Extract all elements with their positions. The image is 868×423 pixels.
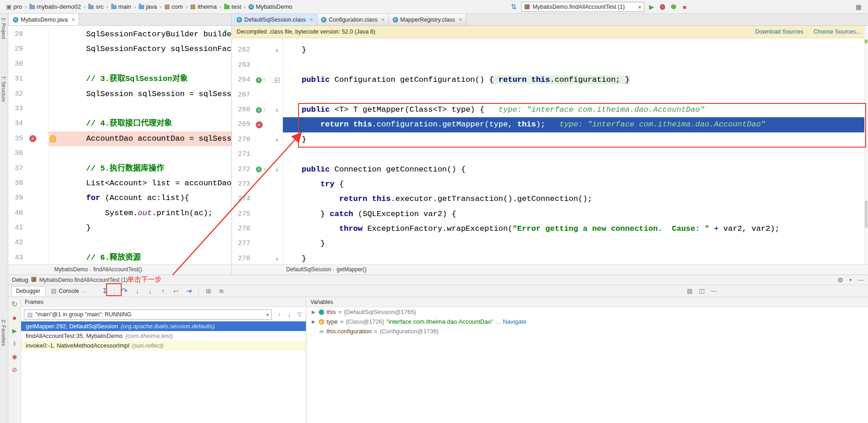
code-text[interactable]: List<Account> list = accountDao.findAll(… bbox=[49, 176, 231, 191]
code-text[interactable]: try { bbox=[283, 177, 868, 192]
line-number[interactable]: 39 bbox=[8, 191, 27, 206]
chevron-down-icon[interactable]: ▾ bbox=[848, 277, 853, 282]
stop-icon[interactable]: ■ bbox=[682, 4, 688, 11]
tool-window-button-Project[interactable]: 1: Project bbox=[1, 17, 6, 39]
tab-DefaultSqlSession.class[interactable]: CDefaultSqlSession.class× bbox=[233, 14, 317, 25]
code-text[interactable] bbox=[283, 147, 868, 162]
code-text[interactable]: public <T> T getMapper(Class<T> type) { … bbox=[283, 103, 868, 117]
line-number[interactable]: 31 bbox=[8, 72, 27, 86]
line-number[interactable]: 278 bbox=[232, 252, 254, 264]
code-text[interactable]: } catch (SQLException var2) { bbox=[283, 207, 868, 222]
tab-close-icon[interactable]: × bbox=[72, 16, 75, 23]
line-number[interactable]: 267 bbox=[232, 88, 254, 103]
frame-row[interactable]: findAllAccountTest:35, MybatisDemo(com.i… bbox=[21, 331, 306, 341]
code-text[interactable]: // 5.执行数据库操作 bbox=[49, 161, 231, 176]
breadcrumb-item-getMapper()[interactable]: getMapper() bbox=[337, 266, 366, 273]
line-number[interactable]: 42 bbox=[8, 235, 27, 250]
debug-icon[interactable] bbox=[660, 4, 665, 10]
line-number[interactable]: 274 bbox=[232, 192, 254, 206]
fold-marker[interactable] bbox=[271, 236, 283, 251]
line-number[interactable]: 276 bbox=[232, 222, 254, 236]
line-number[interactable]: 41 bbox=[8, 221, 27, 235]
line-number[interactable]: 40 bbox=[8, 206, 27, 221]
banner-link-choose-sources-[interactable]: Choose Sources... bbox=[813, 29, 861, 35]
line-number[interactable]: 32 bbox=[8, 87, 27, 102]
breakpoint-icon[interactable]: ✔ bbox=[29, 135, 36, 142]
line-number[interactable]: 272 bbox=[232, 162, 254, 177]
rerun-icon[interactable]: ↻ bbox=[11, 300, 17, 309]
code-text[interactable]: } bbox=[283, 252, 868, 264]
tool-windows-icon[interactable]: ▦ bbox=[856, 3, 862, 11]
show-execution-point-icon-button[interactable]: ↧ bbox=[99, 286, 111, 296]
line-number[interactable]: 270 bbox=[232, 132, 254, 147]
breadcrumb-item-mybatis-demo02[interactable]: mybatis-demo02 bbox=[28, 2, 82, 11]
tab-close-icon[interactable]: × bbox=[310, 16, 313, 23]
line-number[interactable]: 28 bbox=[8, 27, 27, 42]
editor-scrollbar[interactable] bbox=[864, 26, 868, 264]
up-icon[interactable]: ↑ bbox=[276, 311, 282, 318]
show-execution-point-icon[interactable]: ↧ bbox=[102, 287, 108, 295]
fold-marker[interactable]: ∨ bbox=[271, 162, 283, 177]
fold-marker[interactable] bbox=[271, 58, 283, 73]
drop-frame-icon[interactable]: ↩ bbox=[173, 287, 179, 295]
thread-selector[interactable]: ▤ "main"@1 in group "main": RUNNING ▾ bbox=[24, 309, 272, 320]
tab-close-icon[interactable]: × bbox=[459, 16, 462, 23]
breadcrumb-item-src[interactable]: src bbox=[87, 2, 105, 11]
code-text[interactable]: public Connection getConnection() { bbox=[283, 162, 868, 177]
code-text[interactable]: throw ExceptionFactory.wrapException("Er… bbox=[283, 222, 868, 236]
line-number[interactable]: 271 bbox=[232, 147, 254, 162]
line-number[interactable]: 268 bbox=[232, 103, 254, 117]
debug-tab-debugger[interactable]: Debugger bbox=[11, 286, 45, 296]
frame-row[interactable]: getMapper:292, DefaultSqlSession(org.apa… bbox=[21, 321, 306, 331]
run-icon[interactable]: ▶ bbox=[649, 3, 654, 11]
implement-marker-icon[interactable]: I bbox=[256, 77, 262, 83]
code-text[interactable] bbox=[49, 102, 231, 116]
fold-marker[interactable] bbox=[271, 222, 283, 236]
line-number[interactable]: 263 bbox=[232, 58, 254, 73]
intention-bulb-icon[interactable] bbox=[50, 135, 56, 142]
code-text[interactable]: public Configuration getConfiguration() … bbox=[283, 73, 868, 87]
breadcrumb-item-main[interactable]: main bbox=[110, 2, 133, 11]
line-number[interactable]: 269 bbox=[232, 117, 254, 132]
hide-icon[interactable]: — bbox=[711, 288, 716, 294]
fold-marker[interactable] bbox=[271, 207, 283, 222]
code-text[interactable]: } bbox=[283, 236, 868, 251]
code-text[interactable]: for (Account ac:list){ bbox=[49, 191, 231, 206]
line-number[interactable]: 36 bbox=[8, 146, 27, 161]
implement-marker-icon[interactable]: I bbox=[256, 166, 262, 172]
variable-row[interactable]: ∞this.configuration={Configuration@1736} bbox=[307, 326, 868, 336]
line-number[interactable]: 29 bbox=[8, 42, 27, 57]
fold-marker[interactable]: ∧ bbox=[271, 43, 283, 57]
implement-marker-icon[interactable]: I bbox=[256, 107, 262, 113]
code-text[interactable] bbox=[283, 58, 868, 73]
execution-point-icon[interactable]: ▸ bbox=[256, 121, 263, 128]
breadcrumb-item-MybatisDemo[interactable]: CMybatisDemo bbox=[247, 2, 293, 11]
override-up-arrow-icon[interactable]: ↑ bbox=[263, 162, 266, 177]
code-text[interactable]: return this.executor.getTransaction().ge… bbox=[283, 192, 868, 206]
override-up-arrow-icon[interactable]: ↑ bbox=[263, 103, 266, 117]
breadcrumb-item-itheima[interactable]: itheima bbox=[189, 2, 218, 11]
fold-marker[interactable]: ∨ bbox=[271, 103, 283, 117]
fold-marker[interactable] bbox=[271, 147, 283, 162]
code-text[interactable]: // 3.获取SqlSession对象 bbox=[49, 72, 231, 86]
run-config-selector[interactable]: MybatisDemo.findAllAccountTest (1) ▾ bbox=[521, 2, 644, 12]
chevron-down-icon[interactable]: ▾ bbox=[639, 5, 641, 10]
code-text[interactable]: SqlSession sqlSession = sqlSessionFactor… bbox=[49, 87, 231, 102]
line-number[interactable]: 33 bbox=[8, 102, 27, 116]
code-text[interactable] bbox=[49, 235, 231, 250]
resume-icon[interactable]: ▶ bbox=[12, 327, 17, 334]
code-text[interactable]: SqlSessionFactoryBuilder builder = new S… bbox=[49, 27, 231, 42]
drop-frame-icon-button[interactable]: ↩ bbox=[170, 286, 182, 296]
view-breakpoints-icon[interactable]: ◉ bbox=[12, 353, 17, 360]
line-number[interactable]: 262 bbox=[232, 43, 254, 57]
line-number[interactable]: 277 bbox=[232, 236, 254, 251]
mute-breakpoints-icon[interactable]: ⊘ bbox=[12, 366, 17, 373]
code-text[interactable]: SqlSessionFactory sqlSessionFactory = bu… bbox=[49, 42, 231, 57]
line-number[interactable]: 38 bbox=[8, 176, 27, 191]
scrollbar-thumb[interactable] bbox=[865, 200, 868, 228]
step-out-icon[interactable]: ↑ bbox=[160, 287, 166, 295]
hide-icon[interactable]: — bbox=[858, 277, 863, 283]
override-up-arrow-icon[interactable]: ↑ bbox=[263, 73, 266, 87]
step-into-icon-button[interactable]: ↓ bbox=[131, 286, 143, 296]
navigate-link[interactable]: Navigate bbox=[503, 318, 526, 325]
